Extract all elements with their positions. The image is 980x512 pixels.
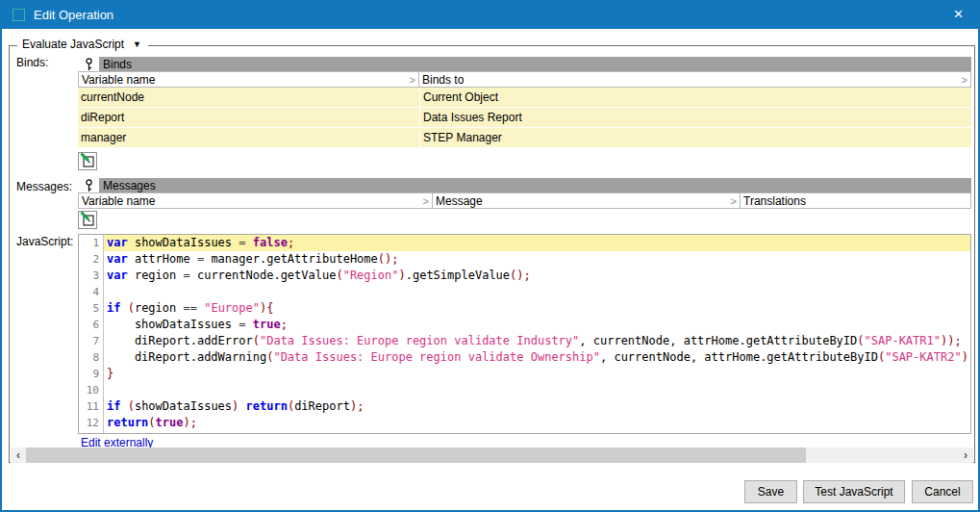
- edit-messages-button[interactable]: [78, 211, 97, 229]
- cancel-button[interactable]: Cancel: [912, 480, 973, 503]
- messages-column-translations[interactable]: Translations: [741, 192, 971, 209]
- close-icon[interactable]: ×: [937, 0, 980, 29]
- messages-column-headers: Variable name > Message > Translations: [78, 192, 971, 209]
- code-line[interactable]: }: [104, 366, 970, 382]
- column-label: Variable name: [82, 194, 156, 208]
- table-row[interactable]: currentNode Current Object: [78, 88, 971, 107]
- window-icon: [13, 9, 25, 21]
- bind-variable-cell[interactable]: manager: [78, 128, 419, 147]
- binds-column-binds-to[interactable]: Binds to >: [419, 71, 971, 88]
- column-label: Message: [436, 194, 483, 208]
- code-line[interactable]: var region = currentNode.getValue("Regio…: [104, 268, 970, 284]
- code-line[interactable]: var showDataIssues = false;: [104, 235, 970, 251]
- line-number: 9: [79, 366, 103, 382]
- code-line[interactable]: return(true);: [104, 415, 970, 431]
- messages-panel-header[interactable]: Messages: [78, 178, 971, 192]
- bind-target-cell[interactable]: Data Issues Report: [420, 108, 971, 127]
- titlebar[interactable]: Edit Operation ×: [0, 0, 980, 29]
- bind-target-cell[interactable]: Current Object: [420, 88, 971, 107]
- line-number: 7: [79, 333, 103, 349]
- line-number: 3: [79, 268, 103, 284]
- column-label: Variable name: [82, 73, 156, 87]
- messages-panel-title: Messages: [103, 179, 156, 192]
- line-number: 1: [79, 235, 103, 251]
- binds-panel-header[interactable]: Binds: [78, 57, 971, 71]
- code-line[interactable]: if (showDataIssues) return(diReport);: [104, 398, 970, 415]
- column-label: Translations: [743, 194, 806, 208]
- operation-type-value: Evaluate JavaScript: [22, 38, 124, 51]
- line-number: 12: [79, 415, 103, 431]
- key-icon: [78, 57, 99, 71]
- chevron-down-icon: ▼: [133, 39, 141, 49]
- code-lines[interactable]: var showDataIssues = false;var attrHome …: [104, 235, 970, 433]
- scrollbar-thumb[interactable]: [26, 448, 806, 463]
- binds-panel-title: Binds: [103, 58, 132, 71]
- line-number: 10: [79, 382, 103, 398]
- code-line[interactable]: [104, 382, 970, 398]
- code-line[interactable]: [104, 284, 970, 300]
- column-label: Binds to: [422, 73, 464, 87]
- code-line[interactable]: diReport.addError("Data Issues: Europe r…: [104, 333, 970, 349]
- save-button[interactable]: Save: [744, 480, 797, 503]
- code-line[interactable]: diReport.addWarning("Data Issues: Europe…: [104, 349, 970, 366]
- binds-column-headers: Variable name > Binds to >: [78, 71, 971, 88]
- javascript-label: JavaScript:: [16, 235, 73, 248]
- line-number: 4: [79, 284, 103, 300]
- edit-pencil-icon: [80, 152, 96, 171]
- code-line[interactable]: showDataIssues = true;: [104, 317, 970, 333]
- line-number: 2: [79, 251, 103, 268]
- chevron-right-icon: >: [410, 74, 415, 86]
- operation-type-dropdown[interactable]: Evaluate JavaScript ▼: [17, 38, 148, 51]
- scroll-left-icon[interactable]: ‹: [11, 448, 26, 462]
- test-javascript-button[interactable]: Test JavaScript: [803, 480, 905, 503]
- bind-target-cell[interactable]: STEP Manager: [420, 128, 971, 147]
- line-number: 8: [79, 349, 103, 366]
- binds-label: Binds:: [16, 56, 48, 69]
- edit-pencil-icon: [80, 211, 96, 230]
- operation-group: Evaluate JavaScript ▼ Binds: Binds Varia…: [9, 45, 975, 463]
- messages-column-variable-name[interactable]: Variable name >: [78, 192, 433, 209]
- horizontal-scrollbar[interactable]: ‹ ›: [11, 448, 973, 463]
- line-number: 6: [79, 317, 103, 333]
- window-title: Edit Operation: [34, 8, 113, 22]
- table-row[interactable]: manager STEP Manager: [78, 128, 971, 147]
- bind-variable-cell[interactable]: currentNode: [78, 88, 419, 107]
- line-number: 11: [79, 398, 103, 415]
- code-line[interactable]: var attrHome = manager.getAttributeHome(…: [104, 251, 970, 268]
- chevron-right-icon: >: [962, 74, 967, 86]
- chevron-right-icon: >: [731, 195, 737, 207]
- javascript-code-editor[interactable]: 123456789101112 var showDataIssues = fal…: [78, 234, 971, 434]
- line-number: 5: [79, 300, 103, 317]
- binds-table: currentNode Current Object diReport Data…: [78, 88, 971, 148]
- scroll-right-icon[interactable]: ›: [958, 448, 973, 462]
- edit-binds-button[interactable]: [78, 152, 97, 170]
- edit-operation-dialog: Edit Operation × Evaluate JavaScript ▼ B…: [0, 0, 980, 512]
- code-gutter: 123456789101112: [79, 235, 104, 433]
- chevron-right-icon: >: [423, 195, 429, 207]
- messages-label: Messages:: [16, 180, 72, 193]
- binds-column-variable-name[interactable]: Variable name >: [78, 71, 419, 88]
- key-icon: [78, 178, 99, 192]
- code-line[interactable]: if (region == "Europe"){: [104, 300, 970, 317]
- table-row[interactable]: diReport Data Issues Report: [78, 108, 971, 127]
- messages-column-message[interactable]: Message >: [433, 192, 741, 209]
- bind-variable-cell[interactable]: diReport: [78, 108, 419, 127]
